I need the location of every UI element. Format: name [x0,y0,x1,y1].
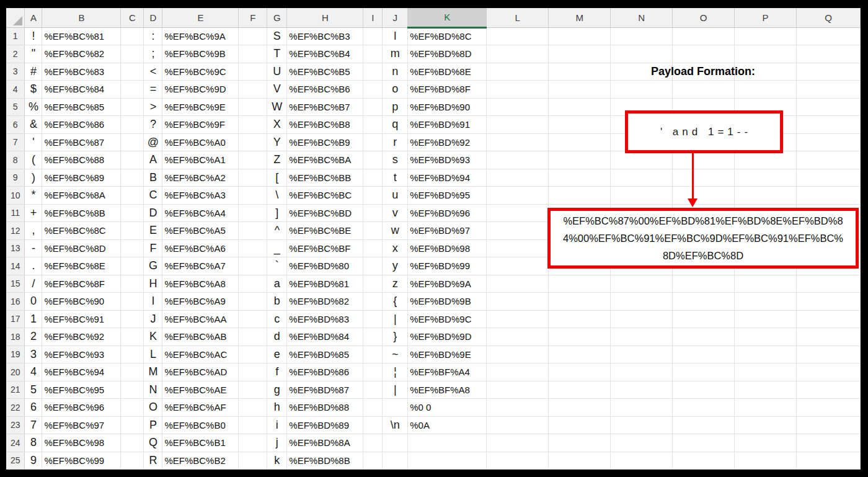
cell-B24[interactable]: %EF%BC%98 [42,434,121,452]
cell-I25[interactable] [363,452,383,470]
cell-M17[interactable] [549,310,611,328]
cell-E8[interactable]: %EF%BC%A1 [162,151,239,169]
cell-H3[interactable]: %EF%BC%B5 [287,63,363,81]
cell-K6[interactable]: %EF%BD%91 [408,116,487,134]
cell-E24[interactable]: %EF%BC%B1 [162,434,239,452]
column-header-N[interactable]: N [611,8,673,27]
cell-D3[interactable]: < [144,63,162,81]
cell-M1[interactable] [549,27,611,45]
cell-Q4[interactable] [796,81,860,99]
cell-O22[interactable] [673,399,735,417]
cell-D2[interactable]: ; [144,45,162,63]
cell-Q23[interactable] [796,416,860,434]
cell-F9[interactable] [239,169,267,187]
row-header-13[interactable]: 13 [6,239,25,257]
cell-B14[interactable]: %EF%BC%8E [42,257,121,275]
cell-F6[interactable] [239,116,267,134]
cell-D1[interactable]: : [144,27,162,45]
cell-H18[interactable]: %EF%BD%84 [287,328,363,346]
cell-E13[interactable]: %EF%BC%A6 [162,239,239,257]
cell-I18[interactable] [363,328,383,346]
cell-F26[interactable] [239,470,267,470]
column-header-F[interactable]: F [239,8,267,27]
cell-I4[interactable] [363,81,383,99]
cell-L5[interactable] [487,98,549,116]
row-header-18[interactable]: 18 [6,328,25,346]
cell-O24[interactable] [673,434,735,452]
cell-C22[interactable] [121,399,144,417]
cell-G25[interactable]: k [267,452,287,470]
cell-D10[interactable]: C [144,187,162,205]
cell-H8[interactable]: %EF%BC%BA [287,151,363,169]
cell-N26[interactable] [611,470,673,470]
cell-I10[interactable] [363,187,383,205]
cell-F18[interactable] [239,328,267,346]
cell-A7[interactable]: ' [25,133,42,151]
cell-L19[interactable] [487,345,549,363]
cell-E22[interactable]: %EF%BC%AF [162,399,239,417]
row-header-26[interactable] [6,470,25,470]
cell-O26[interactable] [673,470,735,470]
cell-I3[interactable] [363,63,383,81]
cell-O18[interactable] [673,328,735,346]
cell-D11[interactable]: D [144,204,162,222]
cell-C6[interactable] [121,116,144,134]
cell-J8[interactable]: s [383,151,408,169]
select-all-corner[interactable] [6,8,25,27]
cell-K9[interactable]: %EF%BD%94 [408,169,487,187]
cell-C19[interactable] [121,345,144,363]
cell-P4[interactable] [735,81,797,99]
cell-M23[interactable] [549,416,611,434]
cell-F12[interactable] [239,222,267,240]
cell-A15[interactable]: / [25,275,42,293]
cell-D15[interactable]: H [144,275,162,293]
cell-I7[interactable] [363,133,383,151]
cell-J25[interactable] [383,452,408,470]
column-header-D[interactable]: D [144,8,162,27]
cell-M15[interactable] [549,275,611,293]
cell-B17[interactable]: %EF%BC%91 [42,310,121,328]
cell-O17[interactable] [673,310,735,328]
cell-M21[interactable] [549,381,611,399]
cell-H21[interactable]: %EF%BD%87 [287,381,363,399]
cell-K17[interactable]: %EF%BD%9C [408,310,487,328]
cell-L18[interactable] [487,328,549,346]
cell-L20[interactable] [487,363,549,381]
cell-K26[interactable] [408,470,487,470]
cell-D23[interactable]: P [144,416,162,434]
cell-A20[interactable]: 4 [25,363,42,381]
cell-D24[interactable]: Q [144,434,162,452]
cell-D13[interactable]: F [144,239,162,257]
cell-A19[interactable]: 3 [25,345,42,363]
cell-I1[interactable] [363,27,383,45]
cell-M19[interactable] [549,345,611,363]
cell-J16[interactable]: { [383,293,408,311]
cell-P20[interactable] [735,363,797,381]
cell-F24[interactable] [239,434,267,452]
cell-E6[interactable]: %EF%BC%9F [162,116,239,134]
cell-L17[interactable] [487,310,549,328]
cell-G21[interactable]: g [267,381,287,399]
cell-O19[interactable] [673,345,735,363]
column-header-L[interactable]: L [487,8,549,27]
cell-I11[interactable] [363,204,383,222]
cell-O25[interactable] [673,452,735,470]
cell-B10[interactable]: %EF%BC%8A [42,187,121,205]
column-header-K[interactable]: K [408,8,487,27]
cell-O20[interactable] [673,363,735,381]
row-header-12[interactable]: 12 [6,222,25,240]
cell-I23[interactable] [363,416,383,434]
cell-P19[interactable] [735,345,797,363]
cell-H7[interactable]: %EF%BC%B9 [287,133,363,151]
cell-H24[interactable]: %EF%BD%8A [287,434,363,452]
cell-O9[interactable] [673,169,735,187]
cell-G22[interactable]: h [267,399,287,417]
cell-O1[interactable] [673,27,735,45]
cell-G12[interactable]: ^ [267,222,287,240]
cell-C14[interactable] [121,257,144,275]
cell-H4[interactable]: %EF%BC%B6 [287,81,363,99]
cell-J6[interactable]: q [383,116,408,134]
cell-E1[interactable]: %EF%BC%9A [162,27,239,45]
cell-E15[interactable]: %EF%BC%A8 [162,275,239,293]
cell-I2[interactable] [363,45,383,63]
